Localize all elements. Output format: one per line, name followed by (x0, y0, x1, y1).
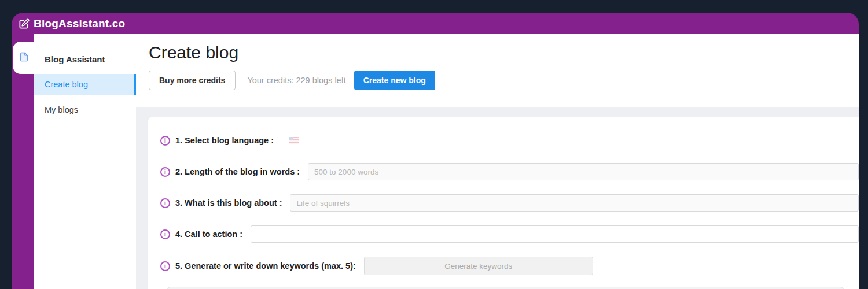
edit-icon (19, 18, 30, 29)
buy-more-credits-button[interactable]: Buy more credits (149, 71, 236, 90)
sidebar: Blog Assistant Create blog My blogs (34, 34, 136, 289)
main-panel: Create blog Buy more credits Your credit… (136, 34, 859, 289)
call-to-action-input[interactable] (251, 225, 859, 243)
form-label-cta: 4. Call to action : (175, 229, 242, 239)
page-title: Create blog (149, 43, 859, 62)
sidebar-collapse-tab[interactable] (13, 42, 42, 74)
sidebar-menu: Create blog My blogs (34, 74, 136, 120)
info-icon[interactable]: i (160, 261, 170, 271)
credits-status: Your credits: 229 blogs left (247, 76, 345, 85)
create-blog-form-card: i 1. Select blog language : i 2. Length … (148, 117, 859, 289)
info-icon[interactable]: i (160, 198, 170, 208)
form-row-topic: i 3. What is this blog about : (160, 194, 859, 212)
sidebar-item-create-blog[interactable]: Create blog (34, 74, 136, 95)
form-row-cta: i 4. Call to action : (160, 225, 859, 243)
form-row-keywords: i 5. Generate or write down keywords (ma… (160, 257, 859, 275)
form-label-length: 2. Length of the blog in words : (175, 167, 300, 176)
generate-keywords-button[interactable]: Generate keywords (364, 257, 593, 275)
form-label-keywords: 5. Generate or write down keywords (max.… (175, 261, 356, 271)
create-new-blog-button[interactable]: Create new blog (354, 71, 435, 90)
main-header: Create blog Buy more credits Your credit… (136, 34, 859, 107)
sidebar-title: Blog Assistant (34, 34, 136, 64)
content-area: Blog Assistant Create blog My blogs Crea… (34, 34, 859, 289)
brand-name: BlogAssistant.co (34, 17, 125, 30)
form-row-language: i 1. Select blog language : (160, 132, 859, 149)
keywords-container (166, 287, 845, 289)
blog-length-input[interactable] (308, 163, 859, 180)
form-label-language: 1. Select blog language : (175, 136, 274, 145)
brand-logo[interactable]: BlogAssistant.co (19, 17, 125, 30)
toolbar: Buy more credits Your credits: 229 blogs… (149, 71, 859, 90)
sidebar-item-my-blogs[interactable]: My blogs (34, 99, 136, 120)
info-icon[interactable]: i (160, 136, 170, 146)
form-row-length: i 2. Length of the blog in words : (160, 163, 859, 180)
info-icon[interactable]: i (160, 229, 170, 239)
app-frame: BlogAssistant.co Blog Assistant Create b… (12, 13, 859, 289)
form-background: i 1. Select blog language : i 2. Length … (136, 107, 859, 289)
form-label-topic: 3. What is this blog about : (175, 198, 282, 208)
language-flag-us-icon[interactable] (289, 137, 299, 144)
info-icon[interactable]: i (160, 167, 170, 177)
document-icon (19, 51, 29, 65)
blog-topic-input[interactable] (290, 194, 859, 212)
